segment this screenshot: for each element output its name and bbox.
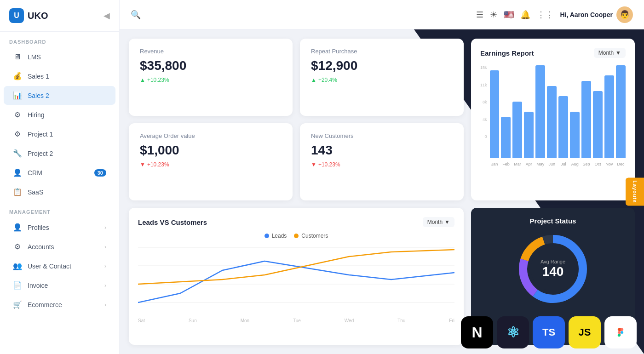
bar-label-Feb: Feb bbox=[501, 162, 511, 166]
stat-value: $1,000 bbox=[140, 143, 282, 158]
sidebar-item-label: Sales 2 bbox=[28, 92, 106, 99]
sidebar-item-label: Invoice bbox=[28, 282, 99, 289]
accounts-chevron-icon: › bbox=[104, 244, 106, 250]
notification-icon[interactable]: 🔔 bbox=[520, 10, 530, 20]
sidebar-item-saas[interactable]: 📋 SaaS bbox=[4, 183, 115, 201]
bar-label-Jul: Jul bbox=[558, 162, 568, 166]
project1-icon: ⚙ bbox=[13, 130, 22, 138]
layouts-tab[interactable]: Layouts bbox=[626, 177, 644, 206]
sidebar-item-accounts[interactable]: ⚙ Accounts › bbox=[4, 237, 115, 256]
stat-value: 143 bbox=[311, 143, 453, 158]
logo-icon: U bbox=[9, 8, 24, 23]
bar-Jun bbox=[547, 86, 557, 158]
sidebar-item-label: Project 2 bbox=[28, 150, 106, 157]
sidebar-item-label: Project 1 bbox=[28, 131, 106, 138]
management-section: MANAGEMENT 👤 Profiles › ⚙ Accounts › 👥 U… bbox=[0, 202, 119, 314]
grid-icon[interactable]: ⋮⋮ bbox=[537, 10, 553, 20]
bar-Feb bbox=[501, 117, 511, 158]
dashboard-section: DASHBOARD 🖥 LMS 💰 Sales 1 📊 Sales 2 ⚙ Hi… bbox=[0, 32, 119, 202]
sidebar-item-lms[interactable]: 🖥 LMS bbox=[4, 48, 115, 66]
bar-label-Nov: Nov bbox=[604, 162, 614, 166]
leads-header: Leads VS Customers Month ▼ bbox=[138, 217, 454, 227]
stat-card-avg-order: Average Order value $1,000 ▼ +10.23% bbox=[129, 123, 293, 200]
invoice-chevron-icon: › bbox=[104, 282, 106, 289]
header-actions: ☰ ☀ 🇺🇸 🔔 ⋮⋮ Hi, Aaron Cooper 👨 bbox=[476, 6, 633, 23]
search-icon: 🔍 bbox=[131, 10, 141, 20]
accounts-icon: ⚙ bbox=[13, 242, 22, 251]
management-section-label: MANAGEMENT bbox=[0, 202, 119, 217]
bar-labels: JanFebMarAprMayJunJulAugSepOctNovDec bbox=[490, 162, 626, 166]
sidebar-item-crm[interactable]: 👤 CRM 30 bbox=[4, 163, 115, 182]
saas-icon: 📋 bbox=[13, 188, 22, 196]
bar-Dec bbox=[616, 65, 626, 158]
donut-value: 140 bbox=[540, 264, 565, 279]
figma-logo bbox=[604, 316, 637, 348]
sidebar-item-label: Sales 1 bbox=[28, 73, 106, 80]
profiles-chevron-icon: › bbox=[104, 224, 106, 231]
stat-card-repeat-purchase: Repeat Purchase $12,900 ▲ +20.4% bbox=[300, 39, 464, 116]
stat-change: ▲ +20.4% bbox=[311, 77, 453, 83]
donut-chart: Avg Range 140 bbox=[516, 232, 590, 306]
menu-icon[interactable]: ☰ bbox=[476, 10, 483, 20]
leads-title: Leads VS Customers bbox=[138, 218, 207, 226]
sidebar-item-project1[interactable]: ⚙ Project 1 bbox=[4, 125, 115, 143]
javascript-logo: JS bbox=[569, 316, 601, 348]
leads-month-filter[interactable]: Month ▼ bbox=[423, 217, 454, 227]
sidebar-item-ecommerce[interactable]: 🛒 Ecommerce › bbox=[4, 295, 115, 314]
bar-May bbox=[535, 65, 545, 158]
chart-legend: Leads Customers bbox=[138, 233, 454, 239]
bar-label-Oct: Oct bbox=[593, 162, 603, 166]
bar-label-May: May bbox=[535, 162, 545, 166]
logo: U UKO bbox=[9, 8, 48, 23]
sidebar-item-sales2[interactable]: 📊 Sales 2 bbox=[4, 86, 115, 105]
bar-label-Mar: Mar bbox=[512, 162, 522, 166]
sidebar-item-invoice[interactable]: 📄 Invoice › bbox=[4, 276, 115, 295]
crm-badge: 30 bbox=[94, 169, 106, 177]
bar-Aug bbox=[570, 112, 580, 158]
leads-dot bbox=[264, 234, 269, 238]
theme-icon[interactable]: ☀ bbox=[490, 10, 497, 20]
sidebar-item-hiring[interactable]: ⚙ Hiring bbox=[4, 105, 115, 124]
sidebar-item-label: LMS bbox=[28, 53, 106, 61]
donut-center: Avg Range 140 bbox=[540, 259, 565, 279]
dashboard-content: Revenue $35,800 ▲ +10.23% Repeat Purchas… bbox=[120, 29, 644, 354]
legend-customers: Customers bbox=[294, 233, 328, 239]
sidebar-item-profiles[interactable]: 👤 Profiles › bbox=[4, 218, 115, 237]
customers-dot bbox=[294, 234, 299, 238]
stat-value: $35,800 bbox=[140, 58, 282, 73]
search-box: 🔍 bbox=[131, 10, 469, 20]
flag-icon[interactable]: 🇺🇸 bbox=[504, 10, 514, 20]
invoice-icon: 📄 bbox=[13, 281, 22, 290]
stat-change: ▲ +10.23% bbox=[140, 77, 282, 83]
ecommerce-icon: 🛒 bbox=[13, 300, 22, 309]
sidebar-item-sales1[interactable]: 💰 Sales 1 bbox=[4, 67, 115, 86]
earnings-month-filter[interactable]: Month ▼ bbox=[594, 48, 626, 58]
sidebar-item-label: Hiring bbox=[28, 111, 106, 119]
lms-icon: 🖥 bbox=[13, 53, 22, 61]
hiring-icon: ⚙ bbox=[13, 110, 22, 119]
bar-label-Apr: Apr bbox=[524, 162, 534, 166]
sidebar-item-label: Ecommerce bbox=[28, 301, 99, 308]
up-arrow-icon: ▲ bbox=[311, 77, 316, 83]
down-arrow-icon: ▼ bbox=[140, 161, 145, 168]
user-contact-icon: 👥 bbox=[13, 262, 22, 270]
stat-label: Revenue bbox=[140, 48, 282, 55]
sidebar-item-project2[interactable]: 🔧 Project 2 bbox=[4, 144, 115, 163]
earnings-report-card: Earnings Report Month ▼ 15k11k8k4k0 JanF… bbox=[471, 39, 635, 200]
sidebar: U UKO ◀ DASHBOARD 🖥 LMS 💰 Sales 1 📊 Sale… bbox=[0, 0, 120, 354]
bar-Jul bbox=[558, 96, 568, 158]
nextjs-logo: N bbox=[461, 316, 493, 348]
collapse-sidebar-button[interactable]: ◀ bbox=[104, 11, 110, 21]
bar-label-Aug: Aug bbox=[570, 162, 580, 166]
sidebar-item-user-contact[interactable]: 👥 User & Contact › bbox=[4, 257, 115, 275]
sidebar-item-label: Profiles bbox=[28, 224, 99, 231]
sidebar-header: U UKO ◀ bbox=[0, 0, 119, 32]
user-info: Hi, Aaron Cooper 👨 bbox=[560, 6, 633, 23]
project-title: Project Status bbox=[530, 217, 576, 225]
bar-Jan bbox=[490, 70, 500, 158]
bar-Apr bbox=[524, 112, 534, 158]
bar-Oct bbox=[593, 91, 603, 158]
tech-logos-row: N ⚛ TS JS bbox=[294, 311, 644, 354]
bar-chart bbox=[490, 65, 626, 160]
bar-label-Jan: Jan bbox=[490, 162, 500, 166]
